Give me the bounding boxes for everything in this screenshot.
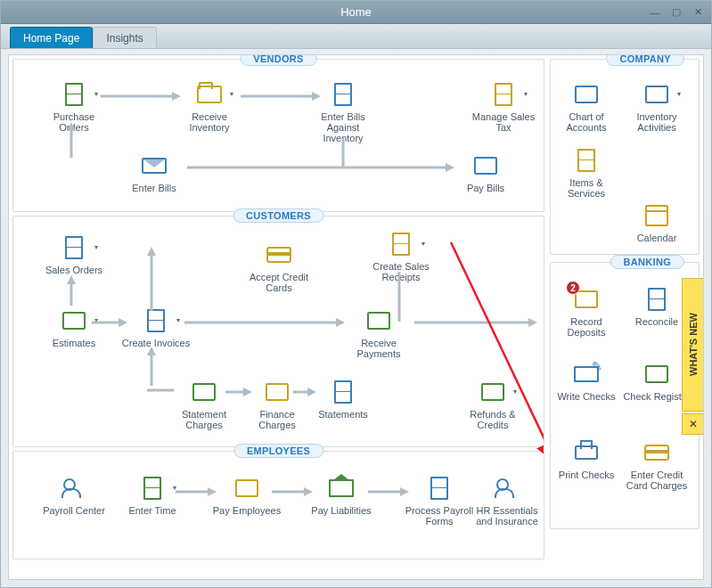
create-sales-receipts[interactable]: Create Sales Receipts xyxy=(365,229,437,282)
credit-card-icon xyxy=(264,240,294,270)
reconcile-icon xyxy=(642,284,672,314)
process-payroll-forms[interactable]: Process Payroll Forms xyxy=(404,473,475,527)
statement-icon xyxy=(328,377,358,407)
people-icon xyxy=(59,473,89,503)
document-icon xyxy=(59,79,89,110)
bill-icon xyxy=(328,79,358,110)
pay-employees[interactable]: Pay Employees xyxy=(211,473,282,516)
window-title: Home xyxy=(340,5,372,19)
content-area: VENDORS Purchase Orders Receive Inventor… xyxy=(8,54,704,580)
close-button[interactable]: ✕ xyxy=(690,5,706,20)
tabbar: Home Page Insights xyxy=(1,24,711,49)
create-invoices[interactable]: Create Invoices xyxy=(120,306,192,348)
enter-time[interactable]: Enter Time xyxy=(117,473,188,516)
record-deposits[interactable]: 2 Record Deposits xyxy=(554,284,618,338)
hr-icon xyxy=(492,473,522,503)
credit-card-icon xyxy=(642,437,672,468)
invoice-icon xyxy=(141,306,171,336)
inventory-icon xyxy=(642,79,672,110)
percent-icon xyxy=(262,377,292,407)
statement-charges[interactable]: Statement Charges xyxy=(168,377,240,430)
items-services[interactable]: Items & Services xyxy=(554,145,618,199)
sales-orders[interactable]: Sales Orders xyxy=(38,233,110,275)
whats-new-tab[interactable]: WHAT'S NEW xyxy=(682,278,704,412)
enter-credit-card-charges[interactable]: Enter Credit Card Charges xyxy=(622,437,692,491)
section-banking: BANKING 2 Record Deposits Reconcile Writ… xyxy=(550,262,700,529)
arrow-icon xyxy=(67,275,76,306)
enter-bills[interactable]: Enter Bills xyxy=(119,151,190,193)
badge-count: 2 xyxy=(566,281,580,295)
finance-charges[interactable]: Finance Charges xyxy=(241,377,313,430)
envelope-icon xyxy=(139,151,169,181)
refunds-credits[interactable]: Refunds & Credits xyxy=(457,377,528,430)
section-employees: EMPLOYEES Payroll Center Enter Time Pay … xyxy=(12,451,544,559)
hr-essentials[interactable]: HR Essentials and Insurance xyxy=(470,473,544,527)
timesheet-icon xyxy=(137,473,168,503)
tax-icon xyxy=(488,79,519,110)
minimize-button[interactable]: — xyxy=(647,5,663,20)
write-check-icon xyxy=(571,359,602,389)
whats-new-close[interactable]: ✕ xyxy=(682,413,704,435)
money-back-icon xyxy=(478,377,508,407)
section-label-vendors: VENDORS xyxy=(240,54,317,66)
svg-marker-17 xyxy=(147,247,156,256)
money-icon xyxy=(471,151,501,181)
paycheck-icon xyxy=(232,473,262,503)
document-icon xyxy=(59,233,89,263)
payment-icon xyxy=(364,306,394,336)
section-label-company: COMPANY xyxy=(606,54,684,66)
svg-marker-10 xyxy=(67,275,76,284)
maximize-button[interactable]: ▢ xyxy=(668,5,684,20)
svg-marker-19 xyxy=(528,318,537,327)
ledger-icon xyxy=(571,79,602,110)
section-customers: CUSTOMERS Sales Orders Accept Credit Car… xyxy=(12,216,544,447)
section-label-banking: BANKING xyxy=(610,255,684,269)
statements[interactable]: Statements xyxy=(307,377,379,420)
deposit-icon: 2 xyxy=(571,284,602,314)
section-vendors: VENDORS Purchase Orders Receive Inventor… xyxy=(12,59,544,212)
forms-icon xyxy=(424,473,454,503)
arrow-icon xyxy=(414,318,537,327)
print-checks[interactable]: Print Checks xyxy=(554,437,618,480)
calendar[interactable]: Calendar xyxy=(622,200,692,243)
register-icon xyxy=(642,359,672,389)
inventory-activities[interactable]: Inventory Activities xyxy=(622,79,692,133)
pay-liabilities[interactable]: Pay Liabilities xyxy=(306,473,377,516)
section-label-employees: EMPLOYEES xyxy=(233,444,323,458)
accept-credit-cards[interactable]: Accept Credit Cards xyxy=(243,240,315,293)
receipt-icon xyxy=(386,229,416,259)
printer-icon xyxy=(571,437,602,468)
calculator-icon xyxy=(59,306,89,336)
section-company: COMPANY Chart of Accounts Inventory Acti… xyxy=(550,59,700,255)
arrow-icon xyxy=(147,247,156,311)
tab-insights[interactable]: Insights xyxy=(93,27,156,48)
ledger-icon xyxy=(189,377,219,407)
purchase-orders[interactable]: Purchase Orders xyxy=(38,79,110,133)
box-icon xyxy=(194,79,225,110)
receive-payments[interactable]: Receive Payments xyxy=(343,306,414,359)
titlebar: Home — ▢ ✕ xyxy=(1,1,711,24)
receive-inventory[interactable]: Receive Inventory xyxy=(174,79,245,133)
calendar-icon xyxy=(642,200,672,231)
manage-sales-tax[interactable]: Manage Sales Tax xyxy=(468,79,539,133)
arrow-icon xyxy=(187,163,454,172)
items-icon xyxy=(571,145,602,176)
write-checks[interactable]: Write Checks xyxy=(554,359,618,402)
tab-home-page[interactable]: Home Page xyxy=(10,27,93,48)
estimates[interactable]: Estimates xyxy=(38,306,110,348)
bank-icon xyxy=(326,473,356,503)
arrow-icon xyxy=(184,318,345,327)
arrow-icon xyxy=(147,347,156,386)
section-label-customers: CUSTOMERS xyxy=(233,208,324,223)
chart-of-accounts[interactable]: Chart of Accounts xyxy=(554,79,618,133)
payroll-center[interactable]: Payroll Center xyxy=(38,473,110,516)
enter-bills-against-inventory[interactable]: Enter Bills Against Inventory xyxy=(307,79,379,143)
pay-bills[interactable]: Pay Bills xyxy=(450,151,521,193)
arrow-icon xyxy=(101,92,181,101)
